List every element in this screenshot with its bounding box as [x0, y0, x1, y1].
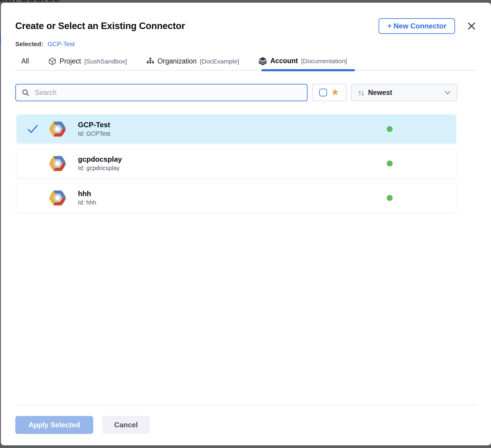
sort-arrows-icon: ↑↓ [358, 88, 364, 97]
close-icon [467, 22, 476, 31]
favorites-checkbox[interactable] [319, 89, 327, 96]
status-connected-dot [387, 161, 393, 167]
star-icon: ★ [331, 87, 339, 97]
selected-check-col [16, 124, 49, 134]
connector-row-gcp-test[interactable]: GCP-Test Id: GCPTest [16, 114, 456, 143]
scope-tabs: All Project [SushSandbox] [15, 57, 477, 70]
status-connected-dot [387, 195, 393, 201]
sort-dropdown[interactable]: ↑↓ Newest [351, 84, 457, 101]
connector-name: hhh [78, 190, 96, 198]
connector-row-gcpdocsplay[interactable]: gcpdocsplay Id: gcpdocsplay [16, 149, 456, 178]
modal-footer: Apply Selected Cancel [15, 416, 477, 434]
connector-id: Id: gcpdocsplay [78, 165, 122, 172]
new-connector-button[interactable]: + New Connector [379, 18, 455, 34]
cube-icon [48, 57, 56, 65]
tab-organization-label: Organization [158, 57, 197, 65]
status-connected-dot [387, 126, 393, 132]
connector-list: GCP-Test Id: GCPTest gcpd [16, 114, 456, 218]
tabs-divider [15, 70, 477, 71]
tab-organization[interactable]: Organization [DocExample] [146, 57, 239, 70]
search-icon [22, 89, 30, 97]
gcp-logo-icon [49, 155, 66, 172]
connector-info: hhh Id: hhh [78, 190, 96, 206]
gcp-logo-icon [49, 120, 66, 138]
connector-info: GCP-Test Id: GCPTest [78, 121, 110, 137]
tab-account[interactable]: Account [Documentation] [258, 57, 347, 70]
selected-connector-line: Selected: GCP-Test [15, 40, 477, 48]
connector-id: Id: GCPTest [78, 130, 110, 137]
list-toolbar: ★ ↑↓ Newest [15, 84, 477, 101]
page-title: Create or Select an Existing Connector [15, 21, 185, 31]
gcp-logo-icon [49, 189, 66, 207]
tab-project-scope: [SushSandbox] [84, 58, 127, 65]
check-icon [27, 124, 38, 134]
org-chart-icon [146, 57, 154, 65]
tab-project-label: Project [60, 57, 81, 65]
connector-id: Id: hhh [78, 199, 96, 206]
search-input[interactable] [34, 88, 301, 97]
selected-connector-link[interactable]: GCP-Test [47, 40, 75, 48]
connector-name: gcpdocsplay [78, 155, 122, 164]
tab-all[interactable]: All [21, 57, 29, 70]
footer-divider [15, 405, 477, 405]
tab-organization-scope: [DocExample] [200, 58, 239, 65]
tab-all-label: All [21, 57, 29, 65]
tab-account-label: Account [270, 57, 298, 65]
layers-icon [258, 57, 267, 65]
selected-label: Selected: [15, 40, 43, 48]
connector-row-hhh[interactable]: hhh Id: hhh [16, 183, 456, 212]
sort-selected-value: Newest [368, 89, 392, 97]
tab-project[interactable]: Project [SushSandbox] [48, 57, 127, 70]
search-box [15, 84, 308, 101]
tab-account-scope: [Documentation] [301, 57, 347, 65]
connector-info: gcpdocsplay Id: gcpdocsplay [78, 155, 122, 172]
favorites-filter[interactable]: ★ [312, 84, 347, 101]
chevron-down-icon [445, 91, 451, 95]
connector-name: GCP-Test [78, 121, 110, 129]
connector-select-modal: Create or Select an Existing Connector +… [1, 3, 491, 445]
close-button[interactable] [466, 21, 477, 31]
cancel-button[interactable]: Cancel [102, 416, 150, 434]
apply-selected-button[interactable]: Apply Selected [15, 416, 93, 434]
modal-header: Create or Select an Existing Connector +… [15, 18, 477, 34]
